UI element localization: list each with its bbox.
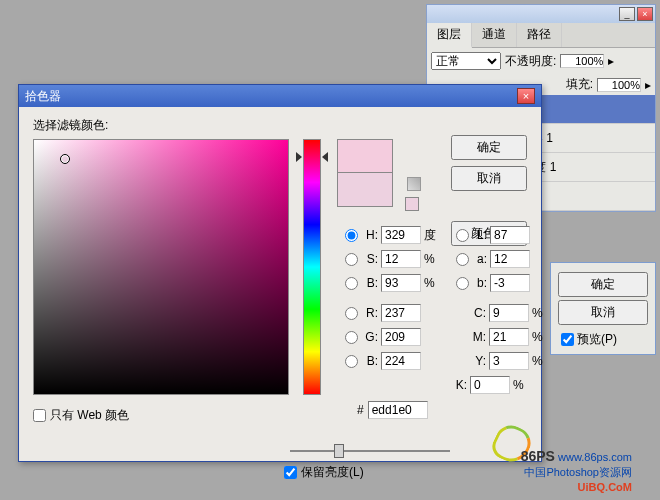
color-values-grid: H: 度 L: S: % a: B: % b: R:: [345, 223, 543, 397]
l-input[interactable]: [490, 226, 530, 244]
k-unit: %: [513, 378, 524, 392]
s-input[interactable]: [381, 250, 421, 268]
h-unit: 度: [424, 227, 442, 244]
bb-input[interactable]: [490, 274, 530, 292]
slider-track: [290, 450, 450, 452]
hue-indicator-left-icon: [296, 152, 302, 162]
s-unit: %: [424, 252, 442, 266]
h-input[interactable]: [381, 226, 421, 244]
r-label: R:: [360, 306, 378, 320]
web-only-checkbox[interactable]: [33, 409, 46, 422]
c-input[interactable]: [489, 304, 529, 322]
m-label: M:: [470, 330, 486, 344]
y-label: Y:: [470, 354, 486, 368]
r-radio[interactable]: [345, 307, 358, 320]
watermark-line3: UiBQ.CoM: [521, 480, 632, 494]
ok-button[interactable]: 确定: [558, 272, 648, 297]
tab-layers[interactable]: 图层: [427, 23, 472, 48]
preview-text: 预览(P): [577, 331, 617, 348]
panel-tabs: 图层 通道 路径: [427, 23, 655, 48]
hash-label: #: [357, 403, 364, 417]
preserve-luminosity-label[interactable]: 保留亮度(L): [284, 464, 364, 481]
dialog-title: 拾色器: [25, 88, 61, 105]
m-unit: %: [532, 330, 543, 344]
tab-paths[interactable]: 路径: [517, 23, 562, 47]
r-input[interactable]: [381, 304, 421, 322]
hue-slider[interactable]: [303, 139, 321, 395]
brightness-input[interactable]: [381, 274, 421, 292]
watermark-brand: 86PS: [521, 448, 555, 464]
cancel-button[interactable]: 取消: [451, 166, 527, 191]
l-label: L:: [471, 228, 487, 242]
k-input[interactable]: [470, 376, 510, 394]
color-picker-dialog: 拾色器 × 选择滤镜颜色: 确定 取消 颜色库 H: 度 L:: [18, 84, 542, 462]
watermark-line2: 中国Photoshop资源网: [521, 465, 632, 479]
ok-button[interactable]: 确定: [451, 135, 527, 160]
k-label: K:: [451, 378, 467, 392]
watermark-url: www.86ps.com: [558, 451, 632, 463]
density-slider[interactable]: [290, 444, 450, 458]
c-label: C:: [470, 306, 486, 320]
opacity-label: 不透明度:: [505, 53, 556, 70]
saturation-value-field[interactable]: [33, 139, 289, 395]
opacity-chevron-icon[interactable]: ▸: [608, 54, 614, 68]
m-input[interactable]: [489, 328, 529, 346]
blend-mode-select[interactable]: 正常: [431, 52, 501, 70]
y-unit: %: [532, 354, 543, 368]
fill-chevron-icon[interactable]: ▸: [645, 78, 651, 92]
hue-indicator-right-icon: [322, 152, 328, 162]
bb-label: b:: [471, 276, 487, 290]
cube-icon: [407, 177, 421, 191]
blue-input[interactable]: [381, 352, 421, 370]
web-only-text: 只有 Web 颜色: [50, 407, 129, 424]
dialog-titlebar[interactable]: 拾色器 ×: [19, 85, 541, 107]
side-panel: 确定 取消 预览(P): [550, 262, 656, 355]
l-radio[interactable]: [456, 229, 469, 242]
current-color-swatch[interactable]: [337, 173, 393, 207]
preserve-luminosity-checkbox[interactable]: [284, 466, 297, 479]
cancel-button[interactable]: 取消: [558, 300, 648, 325]
blue-label: B:: [360, 354, 378, 368]
fill-input[interactable]: [597, 78, 641, 92]
hex-input[interactable]: [368, 401, 428, 419]
panel-titlebar: _ ×: [427, 5, 655, 23]
a-input[interactable]: [490, 250, 530, 268]
g-radio[interactable]: [345, 331, 358, 344]
a-label: a:: [471, 252, 487, 266]
s-radio[interactable]: [345, 253, 358, 266]
brightness-unit: %: [424, 276, 442, 290]
preview-checkbox[interactable]: [561, 333, 574, 346]
g-input[interactable]: [381, 328, 421, 346]
hue-radio[interactable]: [345, 229, 358, 242]
fill-label: 填充:: [566, 76, 593, 93]
close-icon[interactable]: ×: [517, 88, 535, 104]
blue-radio[interactable]: [345, 355, 358, 368]
close-button[interactable]: ×: [637, 7, 653, 21]
s-label: S:: [360, 252, 378, 266]
tab-channels[interactable]: 通道: [472, 23, 517, 47]
sv-cursor[interactable]: [60, 154, 70, 164]
blend-row: 正常 不透明度: ▸: [427, 48, 655, 74]
web-only-checkbox-label[interactable]: 只有 Web 颜色: [33, 407, 129, 424]
brightness-label: B:: [360, 276, 378, 290]
c-unit: %: [532, 306, 543, 320]
watermark: 86PS www.86ps.com 中国Photoshop资源网 UiBQ.Co…: [521, 447, 632, 494]
opacity-input[interactable]: [560, 54, 604, 68]
b-radio[interactable]: [345, 277, 358, 290]
h-label: H:: [360, 228, 378, 242]
preserve-luminosity-text: 保留亮度(L): [301, 464, 364, 481]
preview-checkbox-label[interactable]: 预览(P): [561, 331, 649, 348]
y-input[interactable]: [489, 352, 529, 370]
g-label: G:: [360, 330, 378, 344]
minimize-button[interactable]: _: [619, 7, 635, 21]
bb-radio[interactable]: [456, 277, 469, 290]
picker-label: 选择滤镜颜色:: [33, 117, 527, 134]
warning-swatch[interactable]: [405, 197, 419, 211]
slider-thumb[interactable]: [334, 444, 344, 458]
new-color-swatch[interactable]: [337, 139, 393, 173]
hex-row: #: [357, 401, 428, 419]
a-radio[interactable]: [456, 253, 469, 266]
